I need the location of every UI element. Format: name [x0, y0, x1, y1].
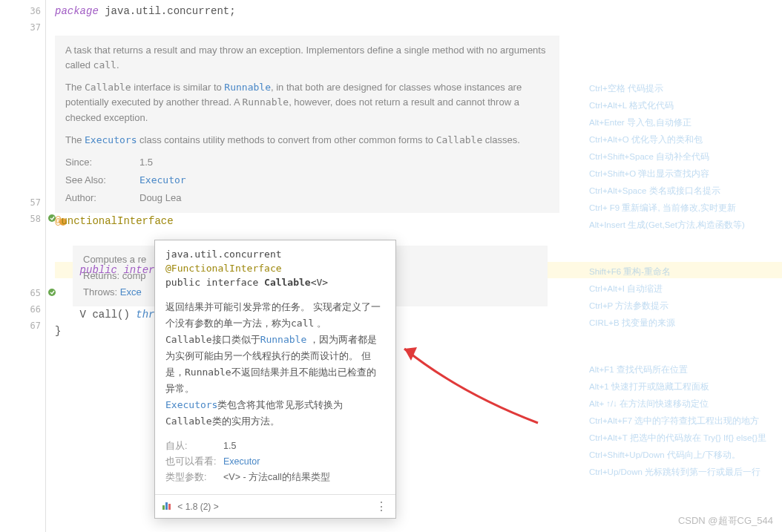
line-number: 57	[0, 194, 45, 211]
executors-link[interactable]: Executors	[85, 134, 137, 145]
line-number: 66	[0, 301, 45, 318]
hint-row: Ctrl+Shift+O 弹出显示查找内容	[589, 165, 775, 183]
runnable-link[interactable]: Runnable	[260, 334, 307, 345]
runnable-link[interactable]: Runnable	[224, 82, 271, 93]
hint-row: CIRL+B 找变量的来源	[589, 315, 775, 332]
gutter: 36 37 57 58 65 66 67	[0, 0, 46, 532]
executors-link[interactable]: Executors	[165, 399, 217, 410]
quick-doc-popup[interactable]: java.util.concurrent @FunctionalInterfac…	[154, 240, 396, 519]
popup-meta: 自从:1.5 也可以看看:Executor 类型参数:<V> - 方法call的…	[155, 437, 395, 494]
hint-row: Ctrl+Alt+I 自动缩进	[589, 280, 775, 298]
hint-row: Alt+ ↑/↓ 在方法间快速移动定位	[589, 395, 775, 413]
hint-row: Ctrl+Up/Down 光标跳转到第一行或最后一行	[589, 464, 775, 481]
popup-description: 返回结果并可能引发异常的任务。 实现者定义了一个没有参数的单一方法，称为call…	[155, 295, 395, 438]
executor-link[interactable]: Executor	[139, 174, 186, 185]
hint-row: Alt+F1 查找代码所在位置	[589, 361, 775, 378]
line-number: 36	[0, 3, 45, 19]
hint-row: Ctrl+Shift+Space 自动补全代码	[589, 148, 775, 165]
hint-row: Shift+F6 重构-重命名	[589, 263, 775, 280]
hint-row: Alt+1 快速打开或隐藏工程面板	[589, 378, 775, 395]
hint-row: Ctrl+Alt+L 格式化代码	[589, 97, 775, 114]
hint-row: Ctrl+Alt+T 把选中的代码放在 Try{} If{} else{}里	[589, 430, 775, 447]
more-icon[interactable]: ⋮	[375, 499, 388, 513]
hint-row: Alt+Enter 导入包,自动修正	[589, 114, 775, 131]
hint-row: Ctrl+Alt+Space 类名或接口名提示	[589, 183, 775, 200]
line-number: 37	[0, 19, 45, 36]
hint-row: Ctrl+空格 代码提示	[589, 80, 775, 97]
chart-icon	[162, 502, 171, 510]
hint-row: Ctrl+Alt+O 优化导入的类和包	[589, 131, 775, 148]
javadoc-block: A task that returns a result and may thr…	[55, 36, 559, 213]
watermark: CSDN @超哥CG_544	[678, 514, 773, 528]
hint-row: Ctrl+ F9 重新编译, 当前修改,实时更新	[589, 200, 775, 217]
hint-row: Ctrl+P 方法参数提示	[589, 298, 775, 315]
hint-row: Ctrl+Shift+Up/Down 代码向上/下移动。	[589, 447, 775, 464]
code-line: package java.util.concurrent;	[55, 3, 782, 19]
hint-row: Alt+Insert 生成(Get,Set方法,构造函数等)	[589, 217, 775, 234]
popup-signature: java.util.concurrent @FunctionalInterfac…	[155, 240, 395, 295]
shortcut-hints: Ctrl+空格 代码提示 Ctrl+Alt+L 格式化代码 Alt+Enter …	[589, 80, 775, 481]
line-number: 67	[0, 318, 45, 334]
line-number: 58	[0, 211, 45, 227]
executor-link[interactable]: Executor	[223, 456, 260, 467]
line-number: 65	[0, 285, 45, 301]
popup-footer: < 1.8 (2) > ⋮	[155, 494, 395, 518]
hint-row: Ctrl+Alt+F7 选中的字符查找工程出现的地方	[589, 413, 775, 430]
